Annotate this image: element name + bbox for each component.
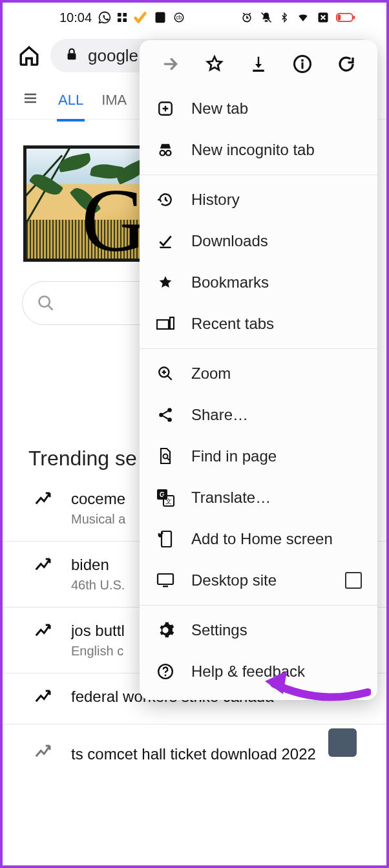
svg-rect-37 xyxy=(158,574,173,584)
alarm-icon xyxy=(240,11,253,24)
page-info-button[interactable] xyxy=(288,50,317,78)
menu-history[interactable]: History xyxy=(140,179,377,220)
menu-zoom[interactable]: Zoom xyxy=(140,353,377,394)
svg-rect-3 xyxy=(123,18,127,22)
url-text: google. xyxy=(88,46,143,66)
menu-divider xyxy=(140,175,377,175)
status-time: 10:04 xyxy=(59,10,92,25)
menu-label: Translate… xyxy=(191,489,271,507)
svg-rect-8 xyxy=(265,20,268,21)
menu-label: History xyxy=(191,191,240,209)
trend-thumbnail xyxy=(328,728,357,757)
google-doodle[interactable]: G xyxy=(23,145,146,262)
svg-rect-0 xyxy=(118,13,121,17)
trend-title: ts comcet hall ticket download 2022 xyxy=(71,745,316,763)
menu-downloads[interactable]: Downloads xyxy=(140,220,377,262)
svg-point-19 xyxy=(301,59,304,61)
trending-icon xyxy=(34,688,53,710)
menu-share[interactable]: Share… xyxy=(140,394,377,436)
menu-label: Zoom xyxy=(191,365,231,383)
menu-incognito[interactable]: New incognito tab xyxy=(140,129,377,171)
share-icon xyxy=(155,405,176,425)
desktop-site-checkbox[interactable] xyxy=(345,572,362,589)
lock-icon xyxy=(65,46,79,66)
history-icon xyxy=(155,189,176,210)
star-icon xyxy=(155,272,176,293)
svg-rect-20 xyxy=(302,63,304,69)
download-button[interactable] xyxy=(244,50,273,78)
svg-rect-38 xyxy=(163,586,168,587)
menu-bookmarks[interactable]: Bookmarks xyxy=(140,262,377,303)
trend-sub: 46th U.S. xyxy=(71,578,125,593)
tab-all[interactable]: ALL xyxy=(58,92,83,109)
downloads-check-icon xyxy=(155,231,176,251)
trend-title: coceme xyxy=(71,490,125,508)
bookmark-button[interactable] xyxy=(200,50,229,78)
svg-rect-13 xyxy=(353,16,355,19)
svg-line-16 xyxy=(48,306,53,310)
svg-point-28 xyxy=(167,408,172,412)
svg-rect-1 xyxy=(123,13,127,17)
svg-point-29 xyxy=(159,413,163,418)
mute-icon xyxy=(260,11,273,24)
trend-title: biden xyxy=(71,556,125,574)
reload-button[interactable] xyxy=(332,50,361,78)
menu-label: Recent tabs xyxy=(191,315,274,333)
help-icon xyxy=(155,661,176,682)
gear-icon xyxy=(155,620,176,640)
trending-icon xyxy=(34,743,53,766)
menu-divider xyxy=(140,605,377,606)
menu-recent-tabs[interactable]: Recent tabs xyxy=(140,303,377,344)
menu-find-in-page[interactable]: Find in page xyxy=(140,436,377,477)
recent-tabs-icon xyxy=(155,313,176,334)
svg-rect-36 xyxy=(162,531,171,547)
desktop-icon xyxy=(155,570,176,591)
zoom-icon xyxy=(155,363,176,384)
trend-title: jos buttl xyxy=(71,622,125,640)
svg-rect-25 xyxy=(157,320,169,329)
trend-sub: Musical a xyxy=(71,512,125,527)
trending-icon xyxy=(34,622,53,644)
svg-point-40 xyxy=(165,675,167,677)
bluetooth-icon xyxy=(279,11,289,24)
svg-rect-24 xyxy=(160,247,171,248)
find-icon xyxy=(155,446,176,467)
wifi-icon xyxy=(296,12,310,23)
new-tab-icon xyxy=(155,98,176,119)
menu-add-to-home[interactable]: Add to Home screen xyxy=(140,518,377,560)
trend-sub: English c xyxy=(71,644,125,659)
status-bar: 10:04 cb xyxy=(3,3,386,32)
whatsapp-icon xyxy=(98,11,111,24)
forward-button[interactable] xyxy=(156,50,185,78)
svg-point-31 xyxy=(163,454,168,459)
menu-desktop-site[interactable]: Desktop site xyxy=(140,560,377,601)
svg-rect-12 xyxy=(338,15,341,21)
svg-text:cb: cb xyxy=(176,15,182,21)
no-sim-icon xyxy=(317,11,330,24)
svg-point-22 xyxy=(160,151,165,155)
svg-point-23 xyxy=(166,151,171,155)
svg-text:文: 文 xyxy=(165,498,172,505)
translate-icon: G文 xyxy=(155,487,176,508)
menu-translate[interactable]: G文 Translate… xyxy=(140,477,377,518)
circle-icon: cb xyxy=(173,12,185,23)
chrome-overflow-menu: New tab New incognito tab History Downlo… xyxy=(140,40,377,700)
menu-label: Add to Home screen xyxy=(191,530,333,548)
menu-label: Downloads xyxy=(191,232,268,250)
evernote-icon xyxy=(154,11,167,24)
menu-new-tab[interactable]: New tab xyxy=(140,88,377,129)
svg-rect-2 xyxy=(118,18,121,22)
hamburger-icon[interactable] xyxy=(21,90,40,110)
home-button[interactable] xyxy=(16,45,43,67)
grid-icon xyxy=(118,13,127,22)
menu-label: New incognito tab xyxy=(191,141,315,159)
tab-images[interactable]: IMA xyxy=(101,92,127,109)
menu-label: Settings xyxy=(191,621,247,639)
svg-rect-4 xyxy=(156,12,165,23)
add-home-icon xyxy=(155,529,176,549)
menu-settings[interactable]: Settings xyxy=(140,609,377,651)
menu-divider xyxy=(140,348,377,349)
check-icon xyxy=(133,10,147,25)
trending-icon xyxy=(34,556,53,578)
menu-label: Desktop site xyxy=(191,571,277,589)
